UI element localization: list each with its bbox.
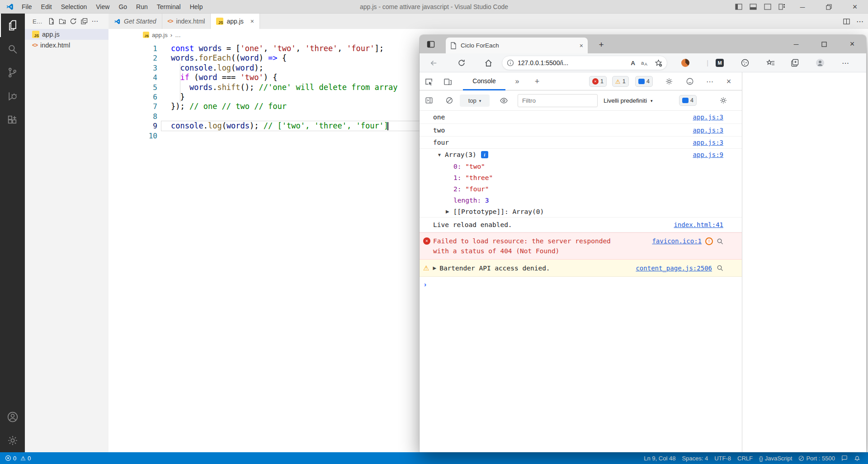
- tab-close-icon[interactable]: ×: [580, 42, 583, 49]
- inspect-element-icon[interactable]: [423, 76, 434, 86]
- devtools-settings-gear-icon[interactable]: [664, 76, 675, 86]
- console-message[interactable]: four app.js:3: [420, 137, 742, 149]
- more-panels-icon[interactable]: »: [512, 76, 523, 86]
- refresh-explorer-icon[interactable]: [68, 16, 79, 27]
- activity-settings-gear-icon[interactable]: [0, 429, 25, 452]
- console-message-live-reload[interactable]: Live reload enabled. index.html:41: [420, 218, 742, 232]
- editor-more-actions-icon[interactable]: ⋯: [856, 17, 863, 26]
- tab-get-started[interactable]: Get Started: [108, 14, 162, 29]
- cursor-position-status[interactable]: Ln 9, Col 48: [641, 455, 679, 462]
- expand-arrow-icon[interactable]: ▼: [437, 152, 442, 157]
- array-entry[interactable]: 2: "four": [420, 183, 742, 194]
- new-folder-icon[interactable]: [57, 16, 68, 27]
- notifications-bell-icon[interactable]: [851, 455, 863, 461]
- menu-file[interactable]: File: [17, 0, 37, 13]
- array-length-entry[interactable]: length: 3: [420, 194, 742, 206]
- console-message[interactable]: two app.js:3: [420, 124, 742, 137]
- console-message[interactable]: one app.js:3: [420, 111, 742, 124]
- console-sidebar-icon[interactable]: [424, 95, 434, 105]
- messages-count-badge[interactable]: 4: [679, 95, 697, 106]
- issues-icon[interactable]: !: [705, 237, 713, 245]
- clear-console-icon[interactable]: [444, 95, 455, 105]
- encoding-status[interactable]: UTF-8: [711, 455, 734, 462]
- activity-account-icon[interactable]: [0, 405, 25, 429]
- live-server-port-status[interactable]: Port : 5500: [795, 455, 838, 462]
- refresh-icon[interactable]: [456, 57, 467, 69]
- messages-count-badge[interactable]: 4: [635, 76, 653, 87]
- console-settings-gear-icon[interactable]: [718, 95, 729, 105]
- browser-tab-ciclo-foreach[interactable]: Ciclo ForEach ×: [446, 38, 588, 53]
- tab-actions-menu-icon[interactable]: [425, 39, 437, 50]
- menu-edit[interactable]: Edit: [37, 0, 57, 13]
- context-selector[interactable]: top ▾: [460, 95, 490, 107]
- indentation-status[interactable]: Spaces: 4: [679, 455, 711, 462]
- toggle-sidebar-icon[interactable]: [731, 0, 746, 14]
- browser-maximize-button[interactable]: [810, 35, 838, 53]
- live-expression-eye-icon[interactable]: [498, 95, 509, 105]
- devtools-feedback-icon[interactable]: [684, 76, 695, 86]
- activity-run-debug-icon[interactable]: [0, 84, 25, 108]
- tab-app-js[interactable]: JS app.js ×: [211, 14, 260, 29]
- new-tab-icon[interactable]: +: [595, 38, 608, 51]
- warning-count-badge[interactable]: ⚠ 1: [612, 76, 629, 87]
- customize-layout-icon[interactable]: [775, 0, 789, 14]
- array-prototype-entry[interactable]: ▶ [[Prototype]]: Array(0): [420, 206, 742, 217]
- extension-icon-1[interactable]: [680, 57, 691, 68]
- console-prompt[interactable]: ›: [420, 277, 742, 291]
- menu-view[interactable]: View: [91, 0, 114, 13]
- menu-selection[interactable]: Selection: [57, 0, 92, 13]
- split-editor-icon[interactable]: [843, 18, 850, 25]
- back-icon[interactable]: [428, 57, 439, 69]
- browser-settings-more-icon[interactable]: ⋯: [840, 57, 851, 68]
- activity-search-icon[interactable]: [0, 37, 25, 61]
- eol-status[interactable]: CRLF: [734, 455, 756, 462]
- source-link[interactable]: app.js:3: [693, 127, 723, 134]
- tab-index-html[interactable]: <> index.html: [162, 14, 211, 29]
- source-link[interactable]: app.js:9: [693, 151, 723, 158]
- menu-run[interactable]: Run: [132, 0, 152, 13]
- url-text[interactable]: 127.0.0.1:5500/i...: [518, 59, 568, 66]
- toggle-secondary-sidebar-icon[interactable]: [760, 0, 775, 14]
- file-item-indexhtml[interactable]: <> index.html: [25, 40, 108, 51]
- source-link[interactable]: favicon.ico:1: [652, 236, 702, 246]
- home-icon[interactable]: [482, 57, 494, 69]
- device-toolbar-icon[interactable]: [442, 76, 453, 86]
- language-status[interactable]: {}JavaScript: [756, 455, 795, 462]
- explorer-more-actions-icon[interactable]: ⋯: [90, 16, 100, 27]
- window-restore-button[interactable]: [816, 0, 842, 14]
- source-link[interactable]: index.html:41: [674, 221, 723, 228]
- activity-source-control-icon[interactable]: [0, 61, 25, 84]
- error-count-badge[interactable]: × 1: [589, 76, 607, 87]
- new-file-icon[interactable]: [46, 16, 57, 27]
- browser-minimize-button[interactable]: ─: [782, 35, 810, 53]
- menu-terminal[interactable]: Terminal: [152, 0, 185, 13]
- translate-icon[interactable]: aA: [641, 60, 649, 66]
- tab-close-icon[interactable]: ×: [250, 18, 254, 25]
- read-aloud-icon[interactable]: A: [631, 60, 635, 66]
- activity-explorer-icon[interactable]: [0, 14, 25, 37]
- devtools-tab-console[interactable]: Console: [463, 72, 505, 90]
- problems-status[interactable]: 0 ⚠ 0: [2, 452, 34, 464]
- favorites-bar-icon[interactable]: [765, 57, 776, 68]
- search-similar-icon[interactable]: [717, 265, 723, 271]
- breadcrumb[interactable]: JS app.js › …: [108, 29, 420, 41]
- add-panel-icon[interactable]: +: [532, 76, 542, 86]
- menu-go[interactable]: Go: [114, 0, 132, 13]
- menu-help[interactable]: Help: [185, 0, 208, 13]
- array-entry[interactable]: 0: "two": [420, 161, 742, 172]
- window-close-button[interactable]: ×: [842, 0, 868, 14]
- favorites-star-icon[interactable]: [655, 59, 662, 67]
- breadcrumb-symbol[interactable]: …: [175, 32, 181, 38]
- array-entry[interactable]: 1: "three": [420, 172, 742, 183]
- cookie-icon[interactable]: [740, 57, 750, 68]
- source-link[interactable]: content_page.js:2506: [636, 265, 712, 272]
- console-filter-input[interactable]: [518, 94, 598, 107]
- collapse-arrow-icon[interactable]: ▶: [433, 265, 436, 270]
- breadcrumb-file[interactable]: app.js: [152, 32, 168, 38]
- console-warning-message[interactable]: ⚠ ▶ Bartender API access denied. content…: [420, 260, 742, 277]
- devtools-close-icon[interactable]: ×: [723, 76, 734, 86]
- collapse-folders-icon[interactable]: [79, 16, 90, 27]
- address-bar[interactable]: 127.0.0.1:5500/i... A aA: [502, 56, 667, 70]
- collections-icon[interactable]: [789, 57, 800, 68]
- console-error-message[interactable]: × Failed to load resource: the server re…: [420, 232, 742, 260]
